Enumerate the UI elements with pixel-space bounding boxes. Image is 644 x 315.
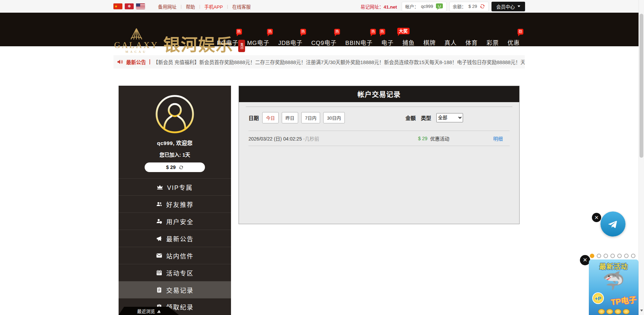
balance-label: 余额： <box>453 3 466 10</box>
nav-item-label: 真人 <box>445 40 457 46</box>
megaphone-icon <box>156 235 162 242</box>
memorable-url: 易记网址：41.net <box>361 3 397 10</box>
member-center-button[interactable]: 会员中心 <box>491 2 525 11</box>
promo-dot[interactable] <box>590 254 594 258</box>
mobile-app-link[interactable]: 手机APP <box>204 3 223 10</box>
sidebar-item-events[interactable]: 活动专区 <box>119 264 231 281</box>
logo-text-en: GALAXY <box>114 41 159 49</box>
announcement-bar: 最新公告 【新会员 充值福利】新会员首存奖励8888元！二存三存奖励8888元！… <box>113 55 525 69</box>
sidebar-item-referral[interactable]: 好友推荐 <box>119 195 231 213</box>
sidebar-item-label: 最新公告 <box>166 234 194 243</box>
sidebar-item-security[interactable]: 用户安全 <box>119 213 231 230</box>
welcome-text: qc999, 欢迎您 <box>119 139 231 146</box>
nav-item-label: 捕鱼 <box>402 40 415 46</box>
crown-icon <box>157 184 163 190</box>
nav-item-cq9[interactable]: CQ9电子热 <box>311 38 337 47</box>
filter-30days-button[interactable]: 30日内 <box>323 112 344 123</box>
nav-item-qipai[interactable]: 棋牌 <box>423 38 436 47</box>
type-select[interactable]: 全部 <box>436 113 463 122</box>
txn-detail-link[interactable]: 明细 <box>493 135 503 142</box>
balance-box: 余额： $ 29 <box>449 2 489 11</box>
scrollbar-thumb[interactable] <box>640 14 643 158</box>
sidebar-balance-pill[interactable]: $ 29 <box>145 162 205 172</box>
promo-title: 最新活动 <box>589 261 639 271</box>
filter-7days-button[interactable]: 7日内 <box>301 112 320 123</box>
nav-item-tiyu[interactable]: 体育 <box>465 38 478 47</box>
nav-item-zhenren[interactable]: 真人 <box>445 38 457 47</box>
jackpot-badge: 大奖 <box>397 28 410 34</box>
recent-browse-tab[interactable]: 最近浏览 <box>119 307 179 315</box>
promo-dot[interactable] <box>631 254 635 258</box>
nav-item-bbin[interactable]: BBIN电子热 <box>345 38 373 47</box>
announcement-text: 【新会员 充值福利】新会员首存奖励8888元！二存三存奖励8888元！注册满7天… <box>153 58 525 65</box>
promo-dot[interactable] <box>604 254 608 258</box>
sidebar-item-announcements[interactable]: 最新公告 <box>119 230 231 247</box>
promo-dot[interactable] <box>597 254 601 258</box>
promo-dot[interactable] <box>617 254 622 258</box>
chevron-down-icon <box>518 5 520 9</box>
account-label: 帐户： <box>405 3 418 10</box>
divider: | <box>199 4 200 9</box>
scrollbar-down-arrow[interactable] <box>640 310 643 313</box>
sidebar-item-label: 好友推荐 <box>166 200 194 209</box>
transaction-rows: 2026/03/22 (日) 04:02:25 -几秒前 $ 29 优惠活动 明… <box>248 131 510 146</box>
nav-item-youhui[interactable]: 优惠劲 <box>508 38 520 47</box>
users-icon <box>156 201 162 207</box>
promo-dot[interactable] <box>610 254 615 258</box>
nav-item-caipiao[interactable]: 彩票 <box>486 38 499 47</box>
filter-row: 日期 今日 昨日 7日内 30日内 金额 类型 全部 <box>248 112 510 123</box>
txn-datetime: 2026/03/22 (日) 04:02:25 -几秒前 <box>248 135 410 142</box>
sidebar-item-messages[interactable]: 站内信件 <box>119 247 231 264</box>
table-row: 2026/03/22 (日) 04:02:25 -几秒前 $ 29 优惠活动 明… <box>248 131 510 146</box>
sidebar-item-label: 活动专区 <box>166 268 194 277</box>
usa-flag-icon[interactable] <box>136 3 145 9</box>
chat-smiley-icon[interactable] <box>436 3 443 10</box>
sidebar-item-label: VIP专属 <box>167 183 193 192</box>
sidebar-item-label: 用户安全 <box>166 217 194 226</box>
date-filter-buttons: 今日 昨日 7日内 30日内 <box>262 112 345 123</box>
sidebar-menu: VIP专属 好友推荐 用户安全 最新公告 站内信件 活动专区 <box>119 178 231 315</box>
nav-item-pg[interactable]: PG电子热 <box>217 38 239 47</box>
china-flag-icon[interactable]: ★ <box>113 3 122 9</box>
hongkong-flag-icon[interactable]: ✻ <box>125 3 134 9</box>
logo-emblem: GALAXY MACAU <box>114 28 159 53</box>
nav-item-mg[interactable]: MG电子热 <box>247 38 269 47</box>
filter-today-button[interactable]: 今日 <box>262 112 279 123</box>
promo-banner[interactable]: 最新活动 🦈 TP电子 +P <box>589 259 639 315</box>
main-nav: GALAXY MACAU 银河娱乐 集团 PG电子热 MG电子热 JDB电子热 … <box>0 13 644 46</box>
sidebar-item-vip[interactable]: VIP专属 <box>119 178 231 195</box>
nav-item-buyu[interactable]: 捕鱼 <box>402 38 415 47</box>
online-service-link[interactable]: 在线客服 <box>232 3 251 10</box>
hot-badge: 热 <box>370 29 376 35</box>
promo-brand-text: TP电子 <box>610 293 637 307</box>
backup-url-link[interactable]: 备用网址 <box>158 3 177 10</box>
promo-dot[interactable] <box>624 254 629 258</box>
announcement-label[interactable]: 最新公告 <box>126 58 146 65</box>
hot-badge: 热 <box>334 29 340 35</box>
date-filter-label: 日期 <box>248 114 259 121</box>
memorable-url-value[interactable]: 41.net <box>384 4 397 10</box>
sidebar-balance-value: $ 29 <box>166 165 175 170</box>
refresh-balance-icon[interactable] <box>479 3 485 9</box>
recent-browse-label: 最近浏览 <box>137 308 155 314</box>
account-value: qc999 <box>421 4 433 9</box>
help-link[interactable]: 帮助 <box>186 3 195 10</box>
refresh-icon[interactable] <box>179 165 184 170</box>
hot-badge: 热 <box>267 29 273 35</box>
divider: | <box>227 4 228 9</box>
gold-coins <box>589 309 639 315</box>
nav-item-label: PG电子 <box>217 40 239 46</box>
nav-item-label: 棋牌 <box>423 40 436 46</box>
nav-item-dianzi[interactable]: 电子热大奖 <box>381 38 394 47</box>
sidebar-item-transactions[interactable]: 交易记录 <box>119 281 231 298</box>
filter-yesterday-button[interactable]: 昨日 <box>282 112 298 123</box>
member-sidebar: qc999, 欢迎您 您已加入: 1天 $ 29 VIP专属 好友推荐 用户安全… <box>119 86 231 315</box>
nav-item-label: 体育 <box>465 40 478 46</box>
memorable-url-label: 易记网址： <box>361 4 384 10</box>
top-utility-bar: ★ ✻ 备用网址 | 帮助 | 手机APP | 在线客服 易记网址：41.net… <box>0 0 644 13</box>
nav-item-jdb[interactable]: JDB电子热 <box>278 38 303 47</box>
telegram-close-button[interactable]: ✕ <box>592 213 601 222</box>
txn-datetime-value: 2026/03/22 (日) 04:02:25 <box>248 136 302 142</box>
telegram-icon[interactable] <box>600 211 625 237</box>
divider <box>246 107 512 107</box>
